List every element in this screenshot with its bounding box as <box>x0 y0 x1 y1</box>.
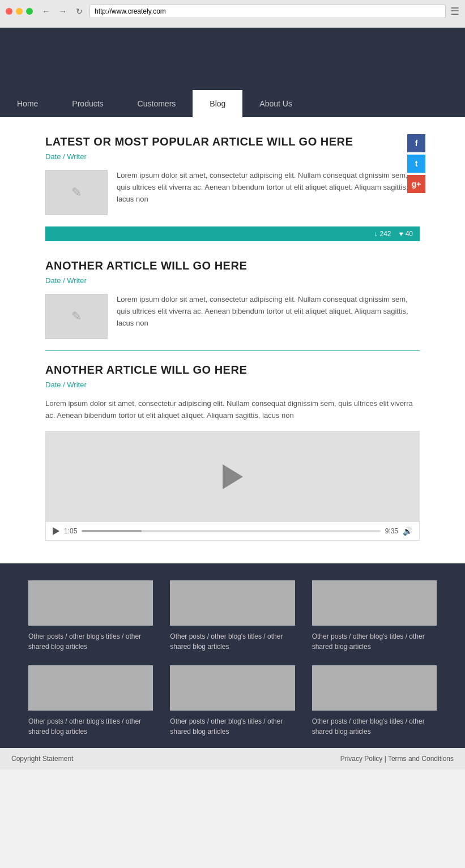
footer-item-text-3[interactable]: Other posts / other blog's titles / othe… <box>28 716 153 737</box>
footer-item-5: Other posts / other blog's titles / othe… <box>312 665 437 737</box>
progress-bar[interactable] <box>82 530 380 532</box>
article3: ANOTHER ARTICLE WILL GO HERE Date / Writ… <box>45 362 420 541</box>
nav-home[interactable]: Home <box>0 90 55 117</box>
download-stat: ↓ 242 <box>374 230 391 238</box>
footer-item-text-0[interactable]: Other posts / other blog's titles / othe… <box>28 631 153 652</box>
footer-thumb-2 <box>312 580 437 626</box>
footer-thumb-0 <box>28 580 153 626</box>
browser-titlebar: ← → ↻ ☰ <box>6 5 459 18</box>
footer-item-0: Other posts / other blog's titles / othe… <box>28 580 153 652</box>
minimize-button[interactable] <box>16 8 23 15</box>
footer-item-text-4[interactable]: Other posts / other blog's titles / othe… <box>170 716 295 737</box>
article2-title: ANOTHER ARTICLE WILL GO HERE <box>45 258 420 273</box>
article3-text: Lorem ipsum dolor sit amet, consectetur … <box>45 398 420 422</box>
footer-thumb-5 <box>312 665 437 711</box>
nav-about[interactable]: About Us <box>242 90 309 117</box>
privacy-policy-link[interactable]: Privacy Policy <box>340 755 383 763</box>
article2-image: ✎ <box>45 294 108 339</box>
refresh-button[interactable]: ↻ <box>74 6 85 17</box>
footer-thumb-4 <box>170 665 295 711</box>
footer-item-text-2[interactable]: Other posts / other blog's titles / othe… <box>312 631 437 652</box>
image-icon: ✎ <box>71 309 82 324</box>
play-button-small[interactable] <box>53 527 59 535</box>
download-icon: ↓ <box>374 230 377 238</box>
article2-body: ✎ Lorem ipsum dolor sit amet, consectetu… <box>45 294 420 339</box>
back-button[interactable]: ← <box>40 6 52 17</box>
video-controls: 1:05 9:35 🔊 <box>46 522 419 540</box>
footer-item-2: Other posts / other blog's titles / othe… <box>312 580 437 652</box>
copyright-text: Copyright Statement <box>11 755 73 763</box>
progress-fill <box>82 530 141 532</box>
terms-link[interactable]: Terms and Conditions <box>388 755 454 763</box>
page-wrapper: Home Products Customers Blog About Us LA… <box>0 28 465 769</box>
image-icon: ✎ <box>71 185 82 200</box>
volume-icon[interactable]: 🔊 <box>403 527 412 536</box>
heart-icon: ♥ <box>399 230 403 238</box>
legal-links: Privacy Policy | Terms and Conditions <box>340 755 454 763</box>
video-screen[interactable] <box>46 431 419 522</box>
traffic-lights <box>6 8 33 15</box>
nav-blog[interactable]: Blog <box>193 90 242 117</box>
footer-item-text-1[interactable]: Other posts / other blog's titles / othe… <box>170 631 295 652</box>
article2-text: Lorem ipsum dolor sit amet, consectetur … <box>117 294 420 339</box>
footer-thumb-3 <box>28 665 153 711</box>
nav-products[interactable]: Products <box>55 90 120 117</box>
maximize-button[interactable] <box>26 8 33 15</box>
browser-nav: ← → ↻ <box>40 6 85 17</box>
stats-bar: ↓ 242 ♥ 40 <box>45 226 420 241</box>
article1-title: LATEST OR MOST POPULAR ARTICLE WILL GO H… <box>45 134 420 149</box>
article1-text: Lorem ipsum dolor sit amet, consectetur … <box>117 170 420 215</box>
article3-title: ANOTHER ARTICLE WILL GO HERE <box>45 362 420 377</box>
play-icon[interactable] <box>223 464 243 489</box>
footer-grid: Other posts / other blog's titles / othe… <box>28 580 437 737</box>
main-navigation: Home Products Customers Blog About Us <box>0 90 465 117</box>
download-count: 242 <box>379 230 391 238</box>
article2: ANOTHER ARTICLE WILL GO HERE Date / Writ… <box>45 258 420 339</box>
footer-item-3: Other posts / other blog's titles / othe… <box>28 665 153 737</box>
googleplus-button[interactable]: g+ <box>407 175 425 193</box>
current-time: 1:05 <box>64 527 77 535</box>
footer-item-4: Other posts / other blog's titles / othe… <box>170 665 295 737</box>
facebook-button[interactable]: f <box>407 134 425 152</box>
footer-thumb-1 <box>170 580 295 626</box>
address-input[interactable] <box>89 5 446 18</box>
footer-item-1: Other posts / other blog's titles / othe… <box>170 580 295 652</box>
like-count: 40 <box>406 230 413 238</box>
article1-meta[interactable]: Date / Writer <box>45 152 420 161</box>
twitter-button[interactable]: t <box>407 155 425 173</box>
bottom-bar: Copyright Statement Privacy Policy | Ter… <box>0 748 465 769</box>
browser-menu-button[interactable]: ☰ <box>450 5 459 18</box>
like-stat: ♥ 40 <box>399 230 413 238</box>
article1-body: ✎ Lorem ipsum dolor sit amet, consectetu… <box>45 170 420 215</box>
content-area: LATEST OR MOST POPULAR ARTICLE WILL GO H… <box>0 117 465 563</box>
nav-customers[interactable]: Customers <box>121 90 193 117</box>
social-buttons: f t g+ <box>407 134 425 193</box>
hero-banner <box>0 28 465 90</box>
article-divider <box>45 350 420 351</box>
browser-addressbar <box>89 5 446 18</box>
article-featured: LATEST OR MOST POPULAR ARTICLE WILL GO H… <box>45 134 420 215</box>
video-player: 1:05 9:35 🔊 <box>45 431 420 541</box>
footer-section: Other posts / other blog's titles / othe… <box>0 563 465 748</box>
article1-image: ✎ <box>45 170 108 215</box>
article3-meta[interactable]: Date / Writer <box>45 380 420 389</box>
close-button[interactable] <box>6 8 12 15</box>
total-time: 9:35 <box>385 527 398 535</box>
forward-button[interactable]: → <box>57 6 69 17</box>
article2-meta[interactable]: Date / Writer <box>45 276 420 285</box>
footer-item-text-5[interactable]: Other posts / other blog's titles / othe… <box>312 716 437 737</box>
browser-chrome: ← → ↻ ☰ <box>0 0 465 28</box>
